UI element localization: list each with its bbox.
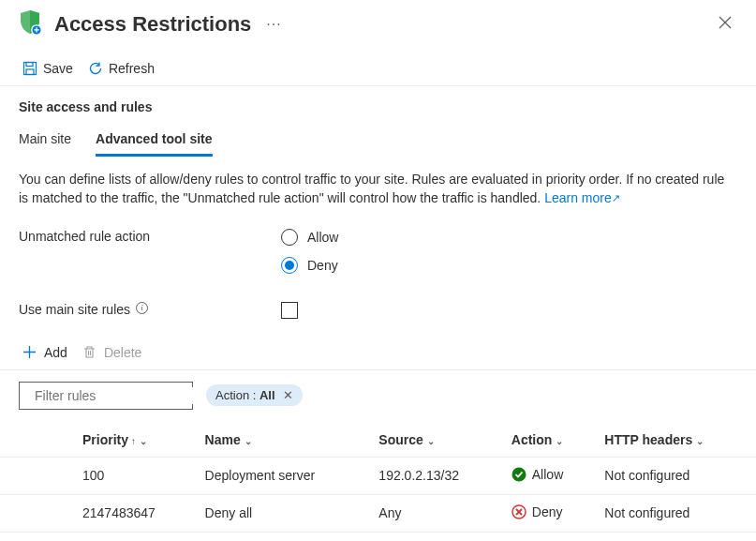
chevron-down-icon: ⌄	[245, 436, 252, 446]
trash-icon	[82, 345, 96, 359]
add-label: Add	[44, 345, 67, 360]
cell-source: 192.0.2.13/32	[371, 457, 503, 494]
chevron-down-icon: ⌄	[427, 436, 435, 446]
tabs: Main site Advanced tool site	[19, 124, 737, 157]
plus-icon	[22, 345, 37, 359]
command-bar: Save Refresh	[0, 44, 756, 86]
description-text: You can define lists of allow/deny rules…	[19, 170, 737, 208]
svg-rect-5	[26, 63, 33, 67]
filter-rules-input-wrapper[interactable]	[19, 382, 193, 410]
filter-rules-input[interactable]	[33, 387, 200, 404]
radio-allow-label: Allow	[307, 230, 338, 245]
save-icon	[22, 61, 37, 76]
save-label: Save	[43, 61, 73, 76]
sort-asc-icon: ↑	[131, 436, 136, 446]
add-rule-button[interactable]: Add	[22, 345, 67, 360]
col-action[interactable]: Action⌄	[504, 423, 598, 458]
refresh-label: Refresh	[109, 61, 155, 76]
save-button[interactable]: Save	[22, 61, 73, 76]
radio-allow[interactable]: Allow	[281, 229, 338, 246]
table-row[interactable]: 100Deployment server192.0.2.13/32AllowNo…	[0, 457, 756, 494]
page-header: Access Restrictions ···	[0, 0, 756, 44]
delete-label: Delete	[104, 345, 141, 360]
section-title: Site access and rules	[19, 99, 737, 114]
col-source[interactable]: Source⌄	[371, 423, 503, 458]
rules-table: Priority↑⌄ Name⌄ Source⌄ Action⌄ HTTP he…	[0, 423, 756, 533]
col-name[interactable]: Name⌄	[198, 423, 372, 458]
chevron-down-icon: ⌄	[140, 436, 147, 446]
learn-more-link[interactable]: Learn more	[544, 190, 620, 205]
col-priority[interactable]: Priority↑⌄	[75, 423, 198, 458]
cell-action: Deny	[504, 494, 598, 532]
more-icon[interactable]: ···	[266, 16, 281, 33]
clear-filter-icon[interactable]: ✕	[283, 388, 293, 402]
svg-rect-2	[36, 27, 37, 32]
tab-main-site[interactable]: Main site	[19, 124, 71, 157]
cell-name: Deny all	[198, 494, 372, 532]
cell-source: Any	[371, 494, 503, 532]
table-row[interactable]: 2147483647Deny allAnyDenyNot configured	[0, 494, 756, 532]
refresh-button[interactable]: Refresh	[88, 61, 155, 76]
refresh-icon	[88, 61, 103, 76]
deny-icon	[511, 504, 526, 519]
svg-rect-6	[26, 69, 34, 75]
radio-deny-label: Deny	[307, 258, 338, 273]
cell-http-headers: Not configured	[597, 494, 756, 532]
svg-point-8	[511, 467, 526, 481]
cell-http-headers: Not configured	[597, 457, 756, 494]
use-main-site-rules-checkbox[interactable]	[281, 302, 298, 319]
allow-icon	[511, 467, 526, 482]
radio-deny[interactable]: Deny	[281, 257, 338, 274]
use-main-site-rules-label: Use main site rules i	[19, 302, 281, 319]
filter-pill-action[interactable]: Action : All ✕	[206, 384, 303, 406]
delete-rule-button: Delete	[82, 345, 141, 360]
page-title: Access Restrictions	[54, 12, 251, 37]
cell-action: Allow	[504, 457, 598, 494]
radio-icon	[281, 229, 298, 246]
shield-icon	[19, 9, 43, 38]
unmatched-rule-action-label: Unmatched rule action	[19, 229, 281, 274]
chevron-down-icon: ⌄	[556, 436, 563, 446]
chevron-down-icon: ⌄	[696, 436, 704, 446]
radio-icon	[281, 257, 298, 274]
rules-action-bar: Add Delete	[0, 319, 756, 370]
cell-name: Deployment server	[198, 457, 372, 494]
cell-priority: 100	[75, 457, 198, 494]
close-icon[interactable]	[713, 12, 737, 37]
info-icon[interactable]: i	[136, 302, 148, 314]
col-http-headers[interactable]: HTTP headers⌄	[597, 423, 756, 458]
cell-priority: 2147483647	[75, 494, 198, 532]
tab-advanced-tool-site[interactable]: Advanced tool site	[96, 124, 212, 157]
